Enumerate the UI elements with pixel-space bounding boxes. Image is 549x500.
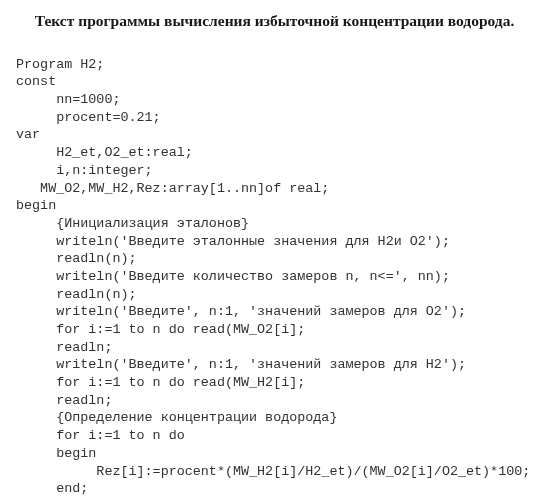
code-line: var	[16, 127, 40, 142]
code-line: readln;	[16, 393, 112, 408]
code-line: end;	[16, 481, 88, 496]
code-line: for i:=1 to n do read(MW_O2[i];	[16, 322, 305, 337]
code-line: begin	[16, 198, 56, 213]
code-line: readln;	[16, 340, 112, 355]
code-line: readln(n);	[16, 287, 137, 302]
code-line: const	[16, 74, 56, 89]
code-line: MW_O2,MW_H2,Rez:array[1..nn]of real;	[16, 181, 329, 196]
code-line: Program H2;	[16, 57, 104, 72]
code-line: writeln('Введите', n:1, 'значений замеро…	[16, 357, 466, 372]
code-listing: Program H2; const nn=1000; procent=0.21;…	[16, 38, 533, 500]
code-line: nn=1000;	[16, 92, 120, 107]
page-title: Текст программы вычисления избыточной ко…	[16, 12, 533, 30]
code-line: writeln('Введите', n:1, 'значений замеро…	[16, 304, 466, 319]
code-line: for i:=1 to n do read(MW_H2[i];	[16, 375, 305, 390]
code-line: H2_et,O2_et:real;	[16, 145, 193, 160]
code-line: {Определение концентрации водорода}	[16, 410, 337, 425]
code-line: writeln('Введите количество замеров n, n…	[16, 269, 450, 284]
code-line: {Инициализация эталонов}	[16, 216, 249, 231]
code-line: writeln('Введите эталонные значения для …	[16, 234, 450, 249]
code-line: readln(n);	[16, 251, 137, 266]
code-line: Rez[i]:=procent*(MW_H2[i]/H2_et)/(MW_O2[…	[16, 464, 530, 479]
code-line: for i:=1 to n do	[16, 428, 185, 443]
code-line: begin	[16, 446, 96, 461]
code-line: procent=0.21;	[16, 110, 161, 125]
code-line: i,n:integer;	[16, 163, 153, 178]
